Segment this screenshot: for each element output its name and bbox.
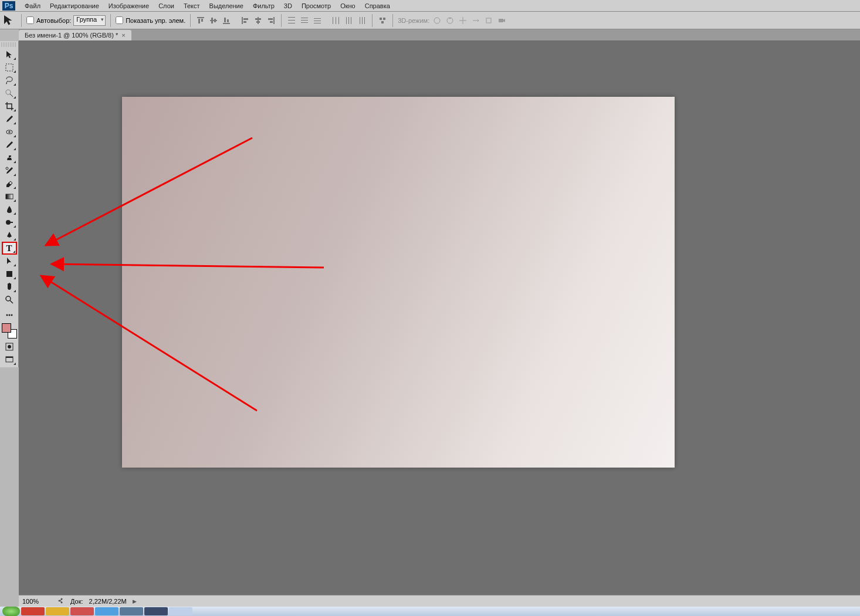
svg-rect-23 [301,22,308,23]
svg-rect-35 [364,17,365,24]
move-tool[interactable] [2,48,17,61]
taskbar-item[interactable] [70,607,94,615]
align-vcenter-icon[interactable] [208,15,219,26]
history-brush-tool[interactable] [2,164,17,177]
marquee-tool[interactable] [2,61,17,74]
distribute-vcenter-icon[interactable] [299,15,310,26]
brush-tool[interactable] [2,138,17,151]
document-canvas[interactable] [122,97,675,468]
align-top-icon[interactable] [195,15,206,26]
document-tab[interactable]: Без имени-1 @ 100% (RGB/8) * × [19,30,131,40]
menu-help[interactable]: Справка [360,1,395,11]
shape-tool[interactable] [2,268,17,280]
autoselect-checkbox[interactable]: Автовыбор: [26,16,71,24]
menu-image[interactable]: Изображение [104,1,154,11]
menu-3d[interactable]: 3D [279,1,297,11]
separator [110,14,111,27]
3d-roll-icon[interactable] [445,15,455,26]
menu-select[interactable]: Выделение [205,1,248,11]
svg-rect-38 [381,21,384,23]
menu-window[interactable]: Окно [336,1,360,11]
color-swatches[interactable] [2,323,17,339]
start-button-icon[interactable] [2,607,20,616]
3d-pan-icon[interactable] [458,15,468,26]
menu-file[interactable]: Файл [20,1,45,11]
show-transform-checkbox[interactable]: Показать упр. элем. [116,16,185,24]
dodge-tool[interactable] [2,216,17,229]
distribute-left-icon[interactable] [331,15,341,26]
svg-rect-18 [288,17,295,18]
status-bar: 100% Док: 2,22M/2,22M ▶ [19,595,860,607]
distribute-top-icon[interactable] [286,15,297,26]
taskbar-item[interactable] [21,607,45,615]
canvas-area[interactable] [19,41,860,595]
foreground-color-swatch[interactable] [2,323,11,333]
eyedropper-tool[interactable] [2,113,17,126]
menu-text[interactable]: Текст [179,1,205,11]
menu-layers[interactable]: Слои [154,1,179,11]
clone-stamp-tool[interactable] [2,151,17,164]
3d-camera-icon[interactable] [496,15,507,26]
doc-info-arrow-icon[interactable]: ▶ [133,598,137,604]
healing-brush-tool[interactable] [2,126,17,138]
auto-align-icon[interactable] [377,15,388,26]
svg-rect-28 [336,17,336,24]
3d-scale-icon[interactable] [483,15,494,26]
menu-view[interactable]: Просмотр [297,1,336,11]
panel-grip-icon[interactable] [1,42,17,47]
gradient-tool[interactable] [2,190,17,203]
os-taskbar [0,607,860,616]
taskbar-item[interactable] [169,607,192,615]
svg-rect-50 [10,222,13,223]
autoselect-dropdown[interactable]: Группа [73,15,106,26]
separator [190,14,191,27]
distribute-hcenter-icon[interactable] [344,15,354,26]
eraser-tool[interactable] [2,177,17,190]
pen-tool[interactable] [2,229,17,242]
distribute-right-icon[interactable] [357,15,367,26]
hand-tool[interactable] [2,280,17,293]
menu-edit[interactable]: Редактирование [45,1,104,11]
3d-slide-icon[interactable] [470,15,481,26]
3d-orbit-icon[interactable] [432,15,442,26]
svg-rect-36 [380,18,382,20]
align-right-icon[interactable] [266,15,276,26]
quick-select-tool[interactable] [2,87,17,100]
taskbar-item[interactable] [95,607,118,615]
svg-rect-10 [243,18,248,20]
edit-toolbar-icon[interactable] [2,309,17,321]
svg-rect-4 [211,18,213,23]
doc-info-label: Док: [70,598,83,605]
blur-tool[interactable] [2,203,17,216]
path-select-tool[interactable] [2,255,17,268]
svg-point-53 [6,314,8,316]
distribute-bottom-icon[interactable] [312,15,323,26]
menu-filter[interactable]: Фильтр [248,1,279,11]
align-hcenter-icon[interactable] [253,15,263,26]
svg-rect-16 [268,18,273,20]
share-icon[interactable] [57,597,65,605]
align-left-icon[interactable] [240,15,250,26]
quickmask-icon[interactable] [2,340,17,353]
zoom-field[interactable]: 100% [22,598,52,605]
svg-rect-20 [288,23,295,23]
svg-rect-34 [362,17,363,24]
taskbar-item[interactable] [120,607,143,615]
crop-tool[interactable] [2,100,17,113]
app-logo: Ps [2,1,15,11]
svg-rect-11 [243,21,246,23]
svg-point-39 [434,18,440,23]
taskbar-item[interactable] [46,607,69,615]
svg-rect-12 [258,17,259,24]
type-tool[interactable]: T [2,242,17,255]
align-bottom-icon[interactable] [221,15,232,26]
svg-rect-14 [256,21,260,23]
taskbar-item[interactable] [144,607,168,615]
close-icon[interactable]: × [121,32,125,39]
lasso-tool[interactable] [2,74,17,87]
screenmode-icon[interactable] [2,353,17,366]
svg-point-44 [6,90,11,94]
zoom-tool[interactable] [2,293,17,306]
svg-rect-19 [288,20,295,21]
svg-rect-33 [360,17,360,24]
